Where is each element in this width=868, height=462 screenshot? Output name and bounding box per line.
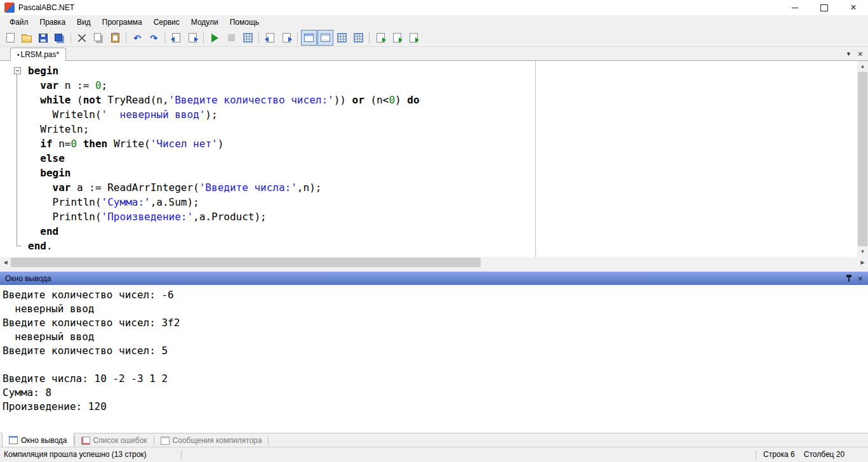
code-token: a := ReadArrInteger( — [70, 182, 199, 194]
code-line-9[interactable]: var a := ReadArrInteger('Введите числа:'… — [28, 180, 857, 195]
code-token: 'Произведение:' — [102, 211, 194, 223]
scroll-down-icon[interactable]: ▼ — [857, 246, 868, 257]
page-arrow-green-icon — [410, 33, 418, 43]
prev-error-button[interactable] — [262, 30, 278, 46]
menu-modules[interactable]: Модули — [185, 16, 224, 29]
code-token — [28, 225, 40, 237]
close-button[interactable]: × — [839, 0, 868, 15]
output-close-icon[interactable]: × — [858, 275, 863, 282]
open-file-button[interactable] — [19, 30, 35, 46]
code-line-12[interactable]: end — [28, 224, 857, 239]
undo-button[interactable]: ↶ — [130, 30, 145, 46]
vertical-scroll-thumb[interactable] — [858, 72, 867, 246]
code-token: end — [40, 225, 58, 237]
grid-blue-icon — [243, 33, 253, 43]
compile-module-button[interactable] — [406, 30, 422, 46]
scroll-up-icon[interactable]: ▲ — [857, 61, 868, 72]
menu-service[interactable]: Сервис — [148, 16, 185, 29]
bottom-tab-compiler-messages[interactable]: Сообщения компилятора — [154, 433, 269, 447]
save-button[interactable] — [36, 30, 51, 46]
code-line-5[interactable]: Writeln; — [28, 122, 857, 136]
tab-strip-controls: ▼ × — [846, 47, 868, 60]
code-line-3[interactable]: while (not TryRead(n,'Введите количество… — [28, 93, 857, 107]
minimize-button[interactable] — [780, 0, 810, 15]
toolbar-separator — [70, 32, 71, 44]
new-file-button[interactable] — [3, 30, 18, 46]
caret-position: Строка 6 Столбец 20 — [763, 450, 845, 459]
code-token: )) — [334, 94, 352, 106]
nav-back-button[interactable] — [168, 30, 184, 46]
page-arrow-right-icon — [189, 33, 197, 43]
status-column: Столбец 20 — [804, 450, 845, 459]
scroll-left-icon[interactable]: ◀ — [0, 257, 11, 268]
toggle-error-list-button[interactable] — [317, 30, 333, 46]
code-line-6[interactable]: if n=0 then Write('Чисел нет') — [28, 136, 857, 151]
undo-icon: ↶ — [132, 33, 142, 43]
toolbar: ↶↷ — [0, 29, 868, 47]
scroll-right-icon[interactable]: ▶ — [857, 257, 868, 268]
output-panel: Окно вывода × Введите количество чисел: … — [0, 272, 868, 433]
toggle-output-window-button[interactable] — [301, 30, 317, 46]
code-line-13[interactable]: end. — [28, 239, 857, 253]
minimize-icon — [792, 8, 798, 8]
code-line-8[interactable]: begin — [28, 166, 857, 180]
show-form-designer-button[interactable] — [334, 30, 350, 46]
nav-forward-button[interactable] — [185, 30, 201, 46]
maximize-button[interactable] — [810, 0, 839, 15]
menu-program[interactable]: Программа — [97, 16, 148, 29]
bottom-tab-error-list[interactable]: Список ошибок — [75, 433, 154, 447]
code-lines: begin var n := 0; while (not TryRead(n,'… — [0, 61, 857, 253]
code-token — [28, 167, 40, 179]
open-module-button[interactable] — [389, 30, 405, 46]
code-token: else — [40, 152, 65, 164]
tab-list-dropdown-icon[interactable]: ▼ — [846, 51, 851, 57]
output-panel-header[interactable]: Окно вывода × — [0, 272, 868, 285]
code-line-1[interactable]: begin — [28, 63, 857, 78]
bottom-tab-output-window[interactable]: Окно вывода — [2, 433, 74, 447]
menu-file[interactable]: Файл — [4, 16, 34, 29]
code-token: Println( — [28, 196, 102, 208]
next-error-button[interactable] — [279, 30, 295, 46]
code-line-11[interactable]: Println('Произведение:',a.Product); — [28, 209, 857, 224]
window-icon — [304, 34, 314, 42]
horizontal-scrollbar[interactable]: ◀ ▶ — [0, 257, 868, 268]
stop-button — [224, 30, 239, 46]
paste-button[interactable] — [107, 30, 123, 46]
copy-button[interactable] — [91, 30, 107, 46]
code-line-7[interactable]: else — [28, 151, 857, 166]
run-button[interactable] — [207, 30, 223, 46]
code-token: 0 — [70, 138, 77, 150]
window-controls: × — [780, 0, 868, 15]
code-line-2[interactable]: var n := 0; — [28, 78, 857, 93]
menu-view[interactable]: Вид — [71, 16, 97, 29]
code-token — [77, 138, 83, 150]
code-token — [28, 182, 53, 194]
show-modules-button[interactable] — [351, 30, 366, 46]
code-token: 'Чисел нет' — [150, 138, 218, 150]
tab-close-icon[interactable]: × — [858, 50, 863, 58]
code-token: begin — [28, 65, 58, 77]
code-line-10[interactable]: Println('Сумма:',a.Sum); — [28, 195, 857, 209]
editor-vertical-scrollbar[interactable]: ▲ ▼ — [857, 61, 868, 257]
tab-lrsm-pas[interactable]: • LRSM.pas* — [10, 48, 66, 61]
page-icon — [6, 33, 15, 43]
redo-button[interactable]: ↷ — [146, 30, 162, 46]
cut-button[interactable] — [74, 30, 90, 46]
code-token: ,a.Product); — [193, 211, 267, 223]
horizontal-scroll-thumb[interactable] — [11, 258, 481, 267]
compile-button[interactable] — [240, 30, 256, 46]
bottom-tab-separator — [268, 436, 269, 445]
output-line-7: Введите числа: 10 -2 -3 1 2 — [3, 372, 868, 386]
code-line-4[interactable]: Writeln(' неверный ввод'); — [28, 107, 857, 122]
code-editor[interactable]: begin var n := 0; while (not TryRead(n,'… — [0, 61, 868, 257]
code-token: Write( — [107, 138, 150, 150]
menu-edit[interactable]: Правка — [34, 16, 72, 29]
pin-icon[interactable] — [846, 275, 852, 282]
page-arrow-left-icon — [266, 33, 274, 43]
save-all-button[interactable] — [52, 30, 68, 46]
add-module-button[interactable] — [373, 30, 389, 46]
menu-help[interactable]: Помощь — [224, 16, 265, 29]
code-token: ' неверный ввод' — [102, 109, 206, 121]
page-arrow-right-icon — [283, 33, 291, 43]
output-text[interactable]: Введите количество чисел: -6 неверный вв… — [0, 285, 868, 433]
